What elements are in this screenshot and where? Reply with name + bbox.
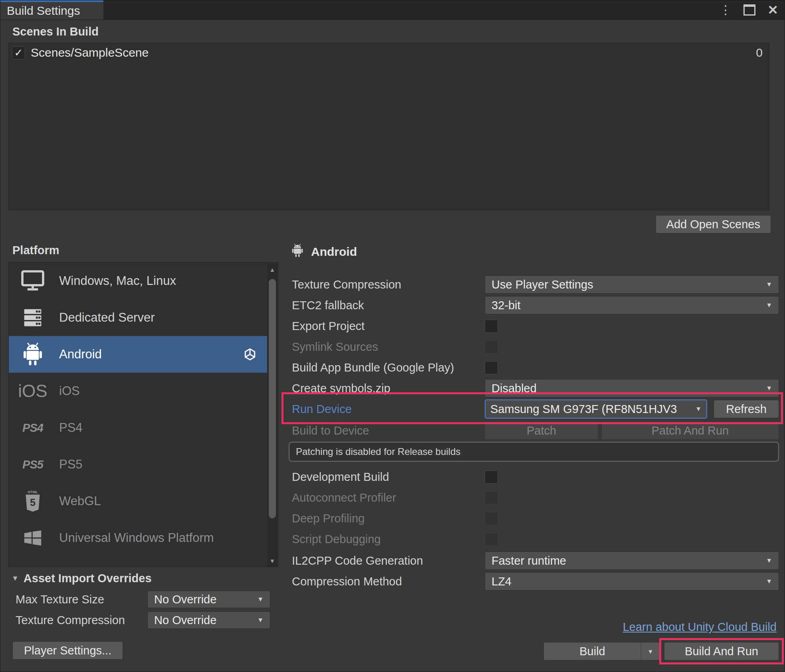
platform-item-label: Android	[59, 347, 102, 362]
row-build-to-device: Build to Device Patch Patch And Run	[292, 421, 779, 440]
unity-cloud-build-link[interactable]: Learn about Unity Cloud Build	[623, 621, 777, 634]
chevron-down-icon: ▼	[762, 385, 772, 392]
dropdown-value: 32-bit	[492, 299, 521, 312]
platform-item-dedicated-server[interactable]: Dedicated Server	[9, 299, 268, 336]
scroll-down-icon[interactable]: ▼	[267, 554, 278, 567]
scenes-list: ✓ Scenes/SampleScene 0	[8, 43, 769, 210]
kebab-menu-icon[interactable]: ⋮	[720, 4, 731, 16]
row-run-device: Run Device Samsung SM G973F (RF8N51HJV3 …	[292, 399, 779, 419]
export-project-checkbox[interactable]	[485, 320, 498, 333]
platform-item-webgl[interactable]: HTML 5 WebGL	[9, 483, 268, 520]
script-debugging-checkbox	[485, 533, 498, 546]
row-deep-profiling: Deep Profiling	[292, 509, 779, 528]
ps5-icon: PS5	[14, 458, 51, 471]
build-dropdown-arrow-icon[interactable]: ▼	[641, 642, 660, 660]
platform-item-label: Dedicated Server	[59, 310, 155, 325]
dropdown-value: Disabled	[492, 382, 537, 395]
symlink-sources-label: Symlink Sources	[292, 340, 485, 354]
compression-method-dropdown[interactable]: LZ4 ▼	[485, 572, 779, 591]
add-open-scenes-button[interactable]: Add Open Scenes	[656, 215, 771, 233]
platform-list: Windows, Mac, Linux Dedicated Server	[8, 262, 278, 567]
scene-build-index: 0	[756, 46, 763, 59]
row-export-project: Export Project	[292, 316, 779, 336]
etc2-fallback-dropdown[interactable]: 32-bit ▼	[485, 296, 779, 314]
deep-profiling-checkbox	[485, 512, 498, 525]
deep-profiling-label: Deep Profiling	[292, 512, 485, 525]
row-create-symbols-zip: Create symbols.zip Disabled ▼	[292, 379, 779, 398]
symlink-sources-checkbox	[485, 340, 498, 354]
platform-item-ps4[interactable]: PS4 PS4	[9, 409, 268, 446]
ios-icon: iOS	[14, 381, 51, 401]
texture-compression-dropdown[interactable]: Use Player Settings ▼	[485, 275, 779, 294]
android-section-header: Android	[291, 242, 357, 261]
platform-item-ps5[interactable]: PS5 PS5	[9, 446, 268, 483]
scrollbar-thumb[interactable]	[269, 279, 276, 518]
windows-logo-icon	[14, 528, 51, 548]
row-development-build: Development Build	[292, 467, 779, 486]
platform-item-label: PS4	[59, 421, 83, 435]
aio-texture-compression-label: Texture Compression	[16, 614, 147, 627]
row-compression-method: Compression Method LZ4 ▼	[292, 572, 779, 591]
row-build-app-bundle: Build App Bundle (Google Play)	[292, 358, 779, 377]
build-settings-window: Build Settings ⋮ ✕ Scenes In Build ✓ Sce…	[0, 0, 785, 672]
ps4-icon: PS4	[14, 421, 51, 435]
dropdown-value: LZ4	[492, 575, 511, 588]
compression-method-label: Compression Method	[292, 575, 485, 588]
run-device-dropdown[interactable]: Samsung SM G973F (RF8N51HJV3 ▼	[485, 399, 707, 419]
chevron-down-icon: ▼	[762, 557, 772, 564]
platform-item-windows-mac-linux[interactable]: Windows, Mac, Linux	[9, 263, 268, 299]
svg-text:HTML: HTML	[28, 490, 38, 494]
platform-item-android[interactable]: Android	[9, 336, 268, 373]
asset-import-overrides-header[interactable]: ▼ Asset Import Overrides	[12, 572, 152, 585]
platform-scrollbar[interactable]: ▲ ▼	[267, 263, 278, 567]
max-texture-size-dropdown[interactable]: No Override ▼	[147, 591, 270, 608]
scene-checkbox[interactable]: ✓	[12, 46, 25, 59]
run-device-label: Run Device	[292, 403, 485, 416]
row-il2cpp-code-generation: IL2CPP Code Generation Faster runtime ▼	[292, 551, 779, 570]
chevron-down-icon: ▼	[762, 281, 772, 288]
build-and-run-button[interactable]: Build And Run	[664, 642, 779, 660]
row-aio-texture-compression: Texture Compression No Override ▼	[16, 611, 270, 629]
platform-item-uwp[interactable]: Universal Windows Platform	[9, 520, 268, 556]
platform-item-label: WebGL	[59, 494, 101, 508]
il2cpp-code-generation-label: IL2CPP Code Generation	[292, 554, 485, 567]
dropdown-value: Use Player Settings	[492, 278, 593, 291]
android-robot-icon	[14, 342, 51, 367]
player-settings-button[interactable]: Player Settings...	[12, 641, 123, 660]
window-title: Build Settings	[7, 4, 80, 18]
row-max-texture-size: Max Texture Size No Override ▼	[16, 590, 270, 609]
scroll-up-icon[interactable]: ▲	[267, 263, 278, 276]
window-controls: ⋮ ✕	[720, 0, 778, 20]
scene-label: Scenes/SampleScene	[31, 46, 149, 59]
foldout-triangle-icon: ▼	[12, 574, 19, 583]
tab-build-settings[interactable]: Build Settings	[0, 0, 103, 20]
chevron-down-icon: ▼	[691, 405, 702, 413]
maximize-icon[interactable]	[743, 4, 755, 16]
etc2-fallback-label: ETC2 fallback	[292, 299, 485, 312]
refresh-button[interactable]: Refresh	[714, 400, 779, 418]
dropdown-value: Faster runtime	[492, 554, 566, 567]
server-icon	[14, 307, 51, 328]
scene-row-samplescene[interactable]: ✓ Scenes/SampleScene 0	[9, 43, 769, 62]
development-build-checkbox[interactable]	[485, 470, 498, 484]
build-to-device-label: Build to Device	[292, 424, 485, 437]
chevron-down-icon: ▼	[762, 578, 772, 585]
build-button[interactable]: Build ▼	[543, 642, 660, 660]
patch-button: Patch	[485, 421, 598, 440]
android-header-icon	[291, 243, 304, 261]
html5-shield-icon: HTML 5	[14, 490, 51, 513]
svg-text:5: 5	[30, 497, 36, 508]
aio-texture-compression-dropdown[interactable]: No Override ▼	[147, 611, 270, 629]
autoconnect-profiler-label: Autoconnect Profiler	[292, 491, 485, 504]
build-app-bundle-checkbox[interactable]	[485, 361, 498, 374]
platform-item-label: PS5	[59, 457, 83, 472]
platform-item-ios[interactable]: iOS iOS	[9, 373, 268, 409]
dropdown-value: No Override	[154, 614, 216, 627]
create-symbols-zip-dropdown[interactable]: Disabled ▼	[485, 379, 779, 397]
development-build-label: Development Build	[292, 470, 485, 484]
close-icon[interactable]: ✕	[767, 4, 778, 16]
il2cpp-code-generation-dropdown[interactable]: Faster runtime ▼	[485, 551, 779, 570]
patch-disabled-notice: Patching is disabled for Release builds	[289, 442, 779, 462]
dropdown-value: No Override	[154, 593, 216, 606]
row-etc2-fallback: ETC2 fallback 32-bit ▼	[292, 296, 779, 315]
